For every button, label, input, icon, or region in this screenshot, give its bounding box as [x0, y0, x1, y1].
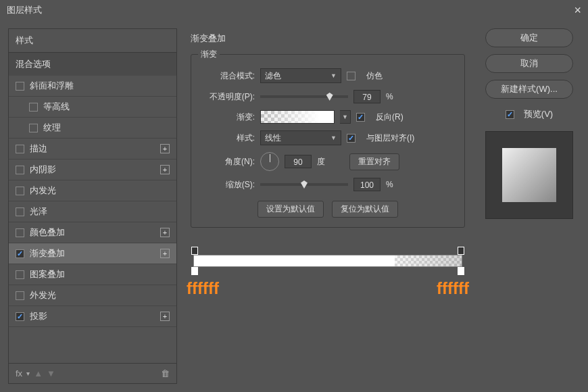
sidebar-item-7[interactable]: 颜色叠加+: [9, 222, 176, 243]
dither-label: 仿色: [366, 70, 383, 82]
reset-default-button[interactable]: 复位为默认值: [332, 201, 398, 218]
style-label: 样式:: [201, 132, 255, 144]
window-title: 图层样式: [7, 4, 42, 16]
style-checkbox[interactable]: [16, 291, 24, 300]
group-label: 渐变: [198, 49, 220, 60]
reverse-checkbox[interactable]: [356, 113, 365, 122]
add-effect-icon[interactable]: +: [160, 249, 170, 258]
style-checkbox[interactable]: [16, 228, 24, 237]
close-icon[interactable]: ×: [574, 3, 581, 18]
sidebar-item-10[interactable]: 外发光: [9, 285, 176, 306]
move-up-icon[interactable]: ▲: [34, 368, 43, 378]
hex-right-label: ffffff: [437, 279, 469, 298]
preview-label: 预览(V): [524, 108, 553, 120]
style-select[interactable]: 线性▼: [260, 130, 341, 145]
style-checkbox[interactable]: [29, 124, 38, 132]
style-item-label: 等高线: [43, 101, 70, 113]
style-checkbox[interactable]: [29, 103, 38, 112]
add-effect-icon[interactable]: +: [160, 144, 170, 153]
scale-input[interactable]: 100: [353, 178, 381, 191]
style-item-label: 外发光: [30, 289, 56, 301]
cancel-button[interactable]: 取消: [485, 54, 573, 73]
style-checkbox[interactable]: [16, 249, 24, 258]
gradient-bar[interactable]: [193, 255, 462, 267]
gradient-picker[interactable]: [260, 110, 335, 124]
align-label: 与图层对齐(I): [366, 132, 414, 144]
settings-panel: 渐变叠加 渐变 混合模式: 滤色▼ 仿色 不透明度(P): 79 % 渐变: ▼: [177, 28, 479, 384]
dither-checkbox[interactable]: [347, 72, 356, 80]
sidebar-header: 样式: [9, 29, 176, 53]
sidebar-item-9[interactable]: 图案叠加: [9, 264, 176, 285]
style-checkbox[interactable]: [16, 145, 24, 153]
sidebar-item-4[interactable]: 内阴影+: [9, 160, 176, 180]
opacity-slider[interactable]: [260, 95, 348, 98]
add-effect-icon[interactable]: +: [160, 228, 170, 237]
style-checkbox[interactable]: [16, 207, 24, 216]
sidebar-blend-options[interactable]: 混合选项: [9, 53, 176, 76]
ok-button[interactable]: 确定: [485, 28, 573, 47]
color-stop-right[interactable]: [458, 267, 464, 275]
style-item-label: 图案叠加: [30, 268, 65, 280]
hex-left-label: ffffff: [187, 279, 219, 298]
style-item-label: 内阴影: [30, 164, 56, 176]
action-panel: 确定 取消 新建样式(W)... 预览(V): [479, 28, 580, 384]
chevron-down-icon: ▼: [330, 134, 337, 141]
sidebar-item-0[interactable]: 斜面和浮雕: [9, 76, 176, 97]
align-checkbox[interactable]: [347, 134, 356, 143]
trash-icon[interactable]: 🗑: [161, 368, 170, 378]
style-item-label: 描边: [30, 143, 47, 155]
styles-sidebar: 样式 混合选项 斜面和浮雕等高线纹理描边+内阴影+内发光光泽颜色叠加+渐变叠加+…: [8, 28, 177, 384]
preview-swatch: [502, 148, 556, 202]
blend-mode-select[interactable]: 滤色▼: [260, 68, 341, 83]
style-item-label: 颜色叠加: [30, 226, 65, 239]
sidebar-item-3[interactable]: 描边+: [9, 139, 176, 160]
style-checkbox[interactable]: [16, 312, 24, 321]
angle-dial[interactable]: [260, 152, 279, 171]
style-item-label: 渐变叠加: [30, 247, 65, 260]
color-stop-left[interactable]: [191, 267, 198, 275]
blend-mode-label: 混合模式:: [201, 70, 255, 82]
sidebar-item-11[interactable]: 投影+: [9, 306, 176, 327]
preview-box: [485, 131, 573, 219]
style-item-label: 纹理: [43, 122, 61, 134]
fx-caret-icon[interactable]: ▾: [26, 370, 30, 377]
new-style-button[interactable]: 新建样式(W)...: [485, 80, 573, 99]
sidebar-item-2[interactable]: 纹理: [9, 118, 176, 139]
add-effect-icon[interactable]: +: [160, 312, 170, 321]
sidebar-item-6[interactable]: 光泽: [9, 201, 176, 222]
style-checkbox[interactable]: [16, 187, 24, 195]
style-checkbox[interactable]: [16, 82, 24, 91]
style-item-label: 投影: [30, 310, 47, 322]
style-item-label: 斜面和浮雕: [30, 80, 74, 92]
opacity-input[interactable]: 79: [353, 90, 381, 103]
panel-title: 渐变叠加: [191, 28, 465, 49]
set-default-button[interactable]: 设置为默认值: [258, 201, 324, 218]
opacity-stop-right[interactable]: [458, 247, 464, 255]
fx-label[interactable]: fx: [16, 368, 22, 378]
angle-input[interactable]: 90: [285, 155, 312, 168]
scale-slider[interactable]: [260, 183, 348, 186]
sidebar-item-5[interactable]: 内发光: [9, 180, 176, 201]
move-down-icon[interactable]: ▼: [47, 368, 55, 378]
sidebar-item-1[interactable]: 等高线: [9, 97, 176, 118]
style-item-label: 内发光: [30, 185, 56, 197]
style-item-label: 光泽: [30, 205, 47, 218]
style-checkbox[interactable]: [16, 166, 24, 174]
gradient-dropdown-icon[interactable]: ▼: [340, 110, 351, 124]
add-effect-icon[interactable]: +: [160, 165, 170, 174]
style-checkbox[interactable]: [16, 270, 24, 279]
gradient-label: 渐变:: [201, 112, 255, 123]
scale-label: 缩放(S):: [201, 179, 255, 191]
preview-checkbox[interactable]: [506, 110, 514, 119]
angle-label: 角度(N):: [201, 156, 255, 168]
opacity-label: 不透明度(P):: [201, 91, 255, 103]
chevron-down-icon: ▼: [330, 72, 337, 79]
reset-align-button[interactable]: 重置对齐: [349, 153, 399, 170]
reverse-label: 反向(R): [376, 112, 403, 123]
opacity-stop-left[interactable]: [191, 247, 198, 255]
sidebar-item-8[interactable]: 渐变叠加+: [9, 243, 176, 264]
